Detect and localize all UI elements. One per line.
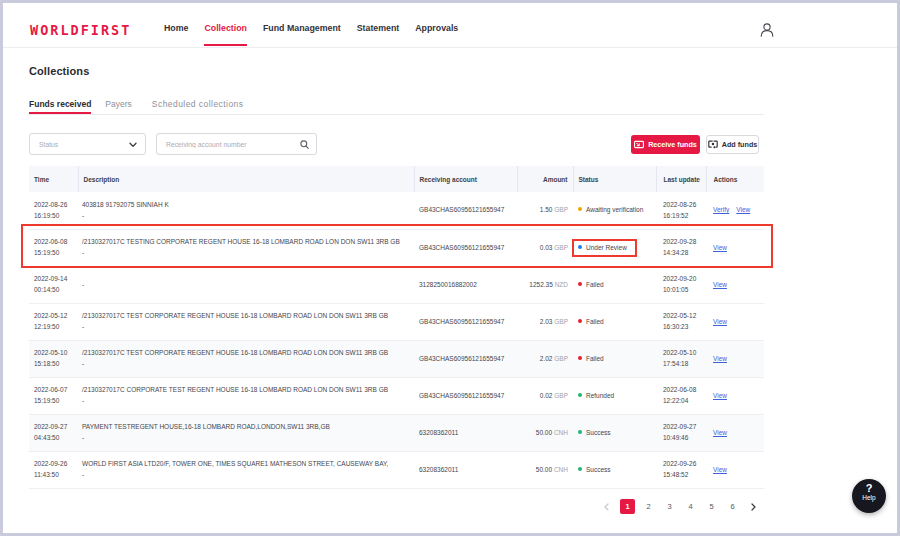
cell-status: Failed: [573, 266, 656, 303]
table-row: 2022-06-0815:19:50/2130327017C TESTING C…: [29, 229, 764, 266]
action-link-view[interactable]: View: [713, 392, 727, 399]
status-label: Refunded: [586, 392, 614, 399]
cell-description: /2130327017C CORPORATE TEST REGENT HOUSE…: [78, 377, 414, 414]
status-dot: [578, 467, 582, 471]
cell-amount: 50.00 CNH: [517, 451, 573, 488]
action-link-view[interactable]: View: [713, 244, 727, 251]
cell-receiving-account: GB43CHAS60956121655947: [414, 192, 517, 229]
pagination-page-3[interactable]: 3: [662, 499, 677, 514]
funds-received-table: TimeDescriptionReceiving accountAmountSt…: [29, 166, 764, 489]
status-dot: [578, 393, 582, 397]
pagination-next[interactable]: [746, 499, 761, 514]
cell-last-update: 2022-06-0812:22:04: [656, 377, 706, 414]
help-button[interactable]: ? Help: [852, 479, 886, 513]
table-row: 2022-06-0715:19:50/2130327017C CORPORATE…: [29, 377, 764, 414]
app-window: WORLDFIRST HomeCollectionFund Management…: [0, 0, 900, 536]
cell-actions: VerifyView: [706, 192, 764, 229]
cell-last-update: 2022-05-1017:54:18: [656, 340, 706, 377]
cell-time: 2022-05-1015:18:50: [29, 340, 78, 377]
add-funds-label: Add funds: [722, 140, 758, 149]
cell-actions: View: [706, 266, 764, 303]
action-link-verify[interactable]: Verify: [713, 206, 729, 213]
search-input[interactable]: [166, 135, 296, 153]
status-label: Failed: [586, 281, 604, 288]
question-mark-icon: ?: [852, 483, 886, 494]
cell-last-update: 2022-09-2710:49:46: [656, 414, 706, 451]
pagination-page-1[interactable]: 1: [620, 499, 635, 514]
cell-time: 2022-09-1400:14:50: [29, 266, 78, 303]
nav-item-statement[interactable]: Statement: [357, 3, 400, 47]
column-header-receivingaccount: Receiving account: [414, 166, 517, 192]
action-link-view[interactable]: View: [713, 466, 727, 473]
cell-last-update: 2022-09-2010:01:05: [656, 266, 706, 303]
status-filter-select[interactable]: Status: [29, 133, 146, 155]
top-navigation-bar: WORLDFIRST HomeCollectionFund Management…: [3, 3, 897, 48]
cell-actions: View: [706, 451, 764, 488]
action-link-view[interactable]: View: [736, 206, 750, 213]
cell-receiving-account: GB43CHAS60956121655947: [414, 377, 517, 414]
column-header-description: Description: [78, 166, 414, 192]
cell-last-update: 2022-09-2615:48:52: [656, 451, 706, 488]
status-label: Failed: [586, 318, 604, 325]
action-link-view[interactable]: View: [713, 429, 727, 436]
column-header-amount: Amount: [517, 166, 573, 192]
cell-time: 2022-05-1212:19:50: [29, 303, 78, 340]
cell-amount: 0.03 GBP: [517, 229, 573, 266]
page-title: Collections: [29, 65, 89, 77]
status-dot: [578, 319, 582, 323]
cell-description: /2130327017C TESTING CORPORATE REGENT HO…: [78, 229, 414, 266]
main-nav: HomeCollectionFund ManagementStatementAp…: [156, 3, 466, 47]
pagination-page-4[interactable]: 4: [683, 499, 698, 514]
action-link-view[interactable]: View: [713, 281, 727, 288]
nav-item-fund-management[interactable]: Fund Management: [263, 3, 341, 47]
add-funds-button[interactable]: Add funds: [706, 135, 759, 154]
cell-description: 403818 91792075 SINNIAH K-: [78, 192, 414, 229]
cell-receiving-account: 63208362011: [414, 414, 517, 451]
table-header: TimeDescriptionReceiving accountAmountSt…: [29, 166, 764, 192]
action-link-view[interactable]: View: [713, 355, 727, 362]
cell-last-update: 2022-09-2814:34:28: [656, 229, 706, 266]
pagination-prev[interactable]: [599, 499, 614, 514]
cell-actions: View: [706, 229, 764, 266]
tab-payers[interactable]: Payers: [105, 92, 131, 114]
cell-status: Refunded: [573, 377, 656, 414]
cell-actions: View: [706, 303, 764, 340]
cell-amount: 1.50 GBP: [517, 192, 573, 229]
search-icon[interactable]: [300, 140, 309, 149]
cell-status: Failed: [573, 303, 656, 340]
worldfirst-logo[interactable]: WORLDFIRST: [30, 22, 131, 38]
help-label: Help: [852, 494, 886, 502]
status-label: Failed: [586, 355, 604, 362]
nav-item-approvals[interactable]: Approvals: [415, 3, 458, 47]
status-dot: [578, 282, 582, 286]
action-link-view[interactable]: View: [713, 318, 727, 325]
table-row: 2022-09-1400:14:50-31282500168820021252.…: [29, 266, 764, 303]
cell-description: PAYMENT TESTREGENT HOUSE,16-18 LOMBARD R…: [78, 414, 414, 451]
cell-time: 2022-08-2616:19:50: [29, 192, 78, 229]
user-account-button[interactable]: [758, 21, 776, 39]
cell-status: Awaiting verification: [573, 192, 656, 229]
receive-funds-button[interactable]: Receive funds: [631, 135, 700, 154]
column-header-status: Status: [573, 166, 656, 192]
cell-time: 2022-09-2611:43:50: [29, 451, 78, 488]
status-label: Under Review: [586, 244, 627, 251]
pagination-page-6[interactable]: 6: [725, 499, 740, 514]
status-dot: [578, 207, 582, 211]
column-header-lastupdate: Last update: [656, 166, 706, 192]
cell-receiving-account: 3128250016882002: [414, 266, 517, 303]
pagination-page-2[interactable]: 2: [641, 499, 656, 514]
status-dot: [578, 430, 582, 434]
tab-funds-received[interactable]: Funds received: [29, 92, 91, 114]
status-label: Success: [586, 466, 611, 473]
chevron-down-icon: [129, 141, 137, 149]
tab-scheduled-collections[interactable]: Scheduled collections: [152, 92, 244, 114]
nav-item-home[interactable]: Home: [164, 3, 188, 47]
nav-item-collection[interactable]: Collection: [204, 3, 247, 47]
cell-status: Failed: [573, 340, 656, 377]
pagination-page-5[interactable]: 5: [704, 499, 719, 514]
status-label: Awaiting verification: [586, 206, 643, 213]
cell-amount: 2.03 GBP: [517, 303, 573, 340]
column-header-actions: Actions: [706, 166, 764, 192]
table-row: 2022-05-1015:18:50/2130327017C TEST CORP…: [29, 340, 764, 377]
status-label: Success: [586, 429, 611, 436]
